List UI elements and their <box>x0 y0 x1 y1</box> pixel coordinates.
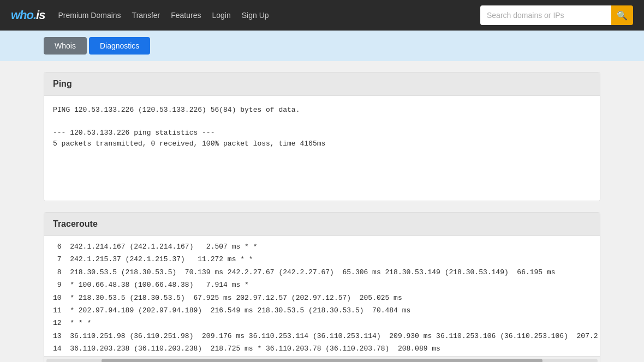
traceroute-title: Traceroute <box>44 213 600 236</box>
search-icon: 🔍 <box>617 10 628 21</box>
horizontal-scrollbar[interactable] <box>44 356 600 362</box>
traceroute-section: Traceroute 6 242.1.214.167 (242.1.214.16… <box>44 212 600 362</box>
ping-section: Ping PING 120.53.133.226 (120.53.133.226… <box>44 72 600 201</box>
navbar: who.is Premium Domains Transfer Features… <box>0 0 644 31</box>
nav-links: Premium Domains Transfer Features Login … <box>58 11 467 20</box>
scrollbar-track <box>46 359 598 363</box>
search-container: 🔍 <box>480 5 633 25</box>
search-button[interactable]: 🔍 <box>611 5 633 25</box>
traceroute-output: 6 242.1.214.167 (242.1.214.167) 2.507 ms… <box>44 236 600 356</box>
ping-title: Ping <box>44 73 600 96</box>
tabs-bar: Whois Diagnostics <box>0 31 644 61</box>
nav-transfer[interactable]: Transfer <box>132 11 160 20</box>
ping-output: PING 120.53.133.226 (120.53.133.226) 56(… <box>53 105 591 192</box>
ping-body: PING 120.53.133.226 (120.53.133.226) 56(… <box>44 96 600 201</box>
nav-login[interactable]: Login <box>212 11 230 20</box>
search-input[interactable] <box>480 5 611 25</box>
main-content: Ping PING 120.53.133.226 (120.53.133.226… <box>0 61 644 362</box>
site-logo: who.is <box>11 8 45 22</box>
nav-premium-domains[interactable]: Premium Domains <box>58 11 121 20</box>
tab-diagnostics[interactable]: Diagnostics <box>89 37 150 55</box>
logo-text: who.is <box>11 8 45 22</box>
traceroute-body: 6 242.1.214.167 (242.1.214.167) 2.507 ms… <box>44 236 600 356</box>
tab-whois[interactable]: Whois <box>44 37 87 55</box>
nav-signup[interactable]: Sign Up <box>242 11 269 20</box>
nav-features[interactable]: Features <box>171 11 201 20</box>
traceroute-scroll[interactable]: 6 242.1.214.167 (242.1.214.167) 2.507 ms… <box>44 236 600 356</box>
scrollbar-thumb <box>102 359 542 363</box>
